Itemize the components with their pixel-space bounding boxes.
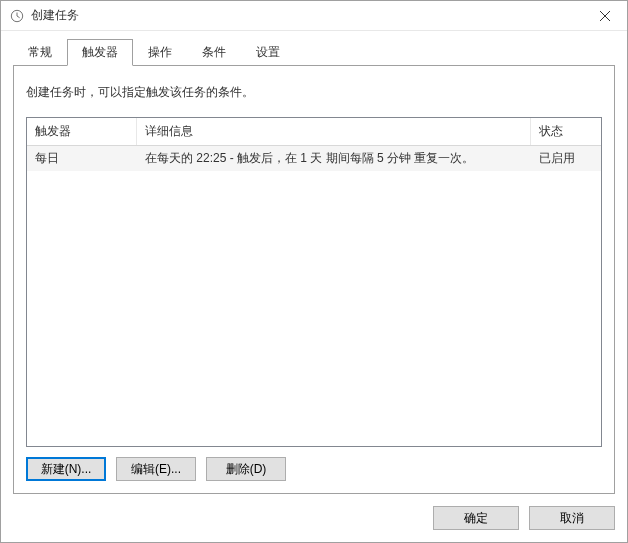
edit-button[interactable]: 编辑(E)... — [116, 457, 196, 481]
cell-details: 在每天的 22:25 - 触发后，在 1 天 期间每隔 5 分钟 重复一次。 — [137, 146, 531, 171]
new-button[interactable]: 新建(N)... — [26, 457, 106, 481]
dialog-window: 创建任务 常规 触发器 操作 条件 设置 创建任务时，可以指定触发该任务的条件。… — [0, 0, 628, 543]
cell-status: 已启用 — [531, 146, 601, 171]
ok-button[interactable]: 确定 — [433, 506, 519, 530]
svg-line-2 — [17, 16, 20, 18]
column-header-trigger[interactable]: 触发器 — [27, 118, 137, 145]
tab-panel-triggers: 创建任务时，可以指定触发该任务的条件。 触发器 详细信息 状态 每日 在每天的 … — [13, 66, 615, 494]
table-row[interactable]: 每日 在每天的 22:25 - 触发后，在 1 天 期间每隔 5 分钟 重复一次… — [27, 146, 601, 171]
tab-general[interactable]: 常规 — [13, 39, 67, 66]
cell-trigger: 每日 — [27, 146, 137, 171]
cancel-button[interactable]: 取消 — [529, 506, 615, 530]
dialog-footer: 确定 取消 — [1, 494, 627, 542]
triggers-listview[interactable]: 触发器 详细信息 状态 每日 在每天的 22:25 - 触发后，在 1 天 期间… — [26, 117, 602, 447]
action-buttons: 新建(N)... 编辑(E)... 删除(D) — [26, 457, 602, 481]
close-button[interactable] — [582, 1, 627, 30]
delete-button[interactable]: 删除(D) — [206, 457, 286, 481]
tab-strip: 常规 触发器 操作 条件 设置 — [1, 31, 627, 66]
listview-header: 触发器 详细信息 状态 — [27, 118, 601, 146]
tab-settings[interactable]: 设置 — [241, 39, 295, 66]
column-header-details[interactable]: 详细信息 — [137, 118, 531, 145]
titlebar: 创建任务 — [1, 1, 627, 31]
tab-triggers[interactable]: 触发器 — [67, 39, 133, 66]
tab-conditions[interactable]: 条件 — [187, 39, 241, 66]
window-title: 创建任务 — [31, 7, 582, 24]
tab-actions[interactable]: 操作 — [133, 39, 187, 66]
info-text: 创建任务时，可以指定触发该任务的条件。 — [26, 84, 602, 101]
column-header-status[interactable]: 状态 — [531, 118, 601, 145]
clock-icon — [9, 8, 25, 24]
